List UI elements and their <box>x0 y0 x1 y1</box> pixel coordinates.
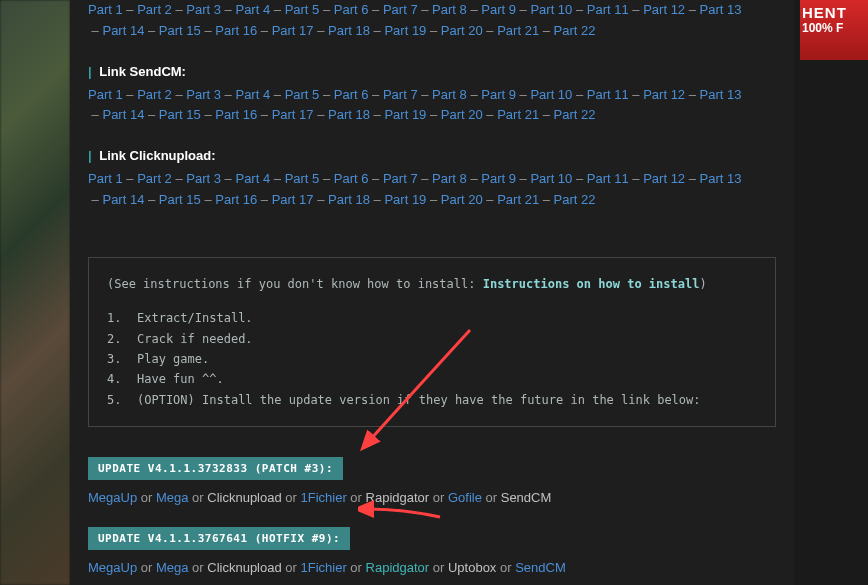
part-link[interactable]: Part 13 <box>700 87 742 102</box>
part-link[interactable]: Part 20 <box>441 23 483 38</box>
mirror-link[interactable]: MegaUp <box>88 560 137 575</box>
step-number: 3. <box>107 349 137 369</box>
parts-list-sendcm: Part 1 – Part 2 – Part 3 – Part 4 – Part… <box>88 85 776 127</box>
part-link[interactable]: Part 17 <box>272 192 314 207</box>
part-link[interactable]: Part 12 <box>643 87 685 102</box>
mirror-separator: or <box>347 560 366 575</box>
part-separator: – <box>370 192 384 207</box>
part-link[interactable]: Part 11 <box>587 87 629 102</box>
part-separator: – <box>201 107 215 122</box>
step-text: (OPTION) Install the update version if t… <box>137 390 701 410</box>
part-link[interactable]: Part 11 <box>587 2 629 17</box>
part-link[interactable]: Part 10 <box>530 171 572 186</box>
mirror-link[interactable]: 1Fichier <box>301 490 347 505</box>
part-separator: – <box>483 23 497 38</box>
part-link[interactable]: Part 3 <box>186 2 221 17</box>
part-separator: – <box>319 87 333 102</box>
link-section-sendcm: | Link SendCM: Part 1 – Part 2 – Part 3 … <box>88 64 776 127</box>
part-link[interactable]: Part 14 <box>102 192 144 207</box>
part-link[interactable]: Part 7 <box>383 87 418 102</box>
part-link[interactable]: Part 11 <box>587 171 629 186</box>
part-link[interactable]: Part 15 <box>159 23 201 38</box>
part-link[interactable]: Part 9 <box>481 2 516 17</box>
part-link[interactable]: Part 6 <box>334 2 369 17</box>
part-separator: – <box>370 107 384 122</box>
part-separator: – <box>144 23 158 38</box>
part-link[interactable]: Part 7 <box>383 2 418 17</box>
part-link[interactable]: Part 15 <box>159 192 201 207</box>
part-link[interactable]: Part 10 <box>530 2 572 17</box>
ad-line-1: HENT <box>802 4 866 21</box>
part-link[interactable]: Part 22 <box>554 23 596 38</box>
step-number: 5. <box>107 390 137 410</box>
part-link[interactable]: Part 17 <box>272 23 314 38</box>
part-link[interactable]: Part 1 <box>88 2 123 17</box>
part-link[interactable]: Part 5 <box>285 171 320 186</box>
part-link[interactable]: Part 8 <box>432 171 467 186</box>
part-link[interactable]: Part 6 <box>334 87 369 102</box>
part-link[interactable]: Part 21 <box>497 23 539 38</box>
part-link[interactable]: Part 1 <box>88 87 123 102</box>
part-link[interactable]: Part 9 <box>481 87 516 102</box>
mirror-link[interactable]: Gofile <box>448 490 482 505</box>
instructions-box: (See instructions if you don't know how … <box>88 257 776 427</box>
part-link[interactable]: Part 5 <box>285 87 320 102</box>
part-link[interactable]: Part 13 <box>700 2 742 17</box>
part-separator: – <box>467 87 481 102</box>
part-link[interactable]: Part 18 <box>328 23 370 38</box>
mirror-link[interactable]: Rapidgator <box>366 560 430 575</box>
part-link[interactable]: Part 14 <box>102 23 144 38</box>
mirror-link[interactable]: Mega <box>156 560 189 575</box>
part-link[interactable]: Part 2 <box>137 171 172 186</box>
part-link[interactable]: Part 19 <box>384 192 426 207</box>
part-link[interactable]: Part 19 <box>384 107 426 122</box>
part-link[interactable]: Part 8 <box>432 2 467 17</box>
part-link[interactable]: Part 21 <box>497 107 539 122</box>
part-link[interactable]: Part 2 <box>137 87 172 102</box>
part-link[interactable]: Part 13 <box>700 171 742 186</box>
ad-banner-right[interactable]: HENT 100% F <box>800 0 868 60</box>
part-link[interactable]: Part 19 <box>384 23 426 38</box>
part-link[interactable]: Part 20 <box>441 192 483 207</box>
part-link[interactable]: Part 4 <box>235 2 270 17</box>
part-separator: – <box>572 2 586 17</box>
part-link[interactable]: Part 4 <box>235 171 270 186</box>
part-link[interactable]: Part 16 <box>215 192 257 207</box>
part-link[interactable]: Part 22 <box>554 192 596 207</box>
part-link[interactable]: Part 1 <box>88 171 123 186</box>
part-link[interactable]: Part 5 <box>285 2 320 17</box>
part-separator: – <box>257 107 271 122</box>
part-link[interactable]: Part 16 <box>215 107 257 122</box>
part-link[interactable]: Part 21 <box>497 192 539 207</box>
mirror-separator: or <box>282 560 301 575</box>
mirror-link[interactable]: MegaUp <box>88 490 137 505</box>
part-link[interactable]: Part 18 <box>328 107 370 122</box>
part-link[interactable]: Part 4 <box>235 87 270 102</box>
part-link[interactable]: Part 12 <box>643 171 685 186</box>
part-link[interactable]: Part 3 <box>186 87 221 102</box>
part-link[interactable]: Part 8 <box>432 87 467 102</box>
instructions-link[interactable]: Instructions on how to install <box>483 277 700 291</box>
header-text-clicknupload: Link Clicknupload: <box>99 148 215 163</box>
part-separator: – <box>368 171 382 186</box>
instructions-intro: (See instructions if you don't know how … <box>107 274 757 294</box>
part-link[interactable]: Part 7 <box>383 171 418 186</box>
part-separator: – <box>144 192 158 207</box>
part-link[interactable]: Part 17 <box>272 107 314 122</box>
mirror-link[interactable]: SendCM <box>515 560 566 575</box>
part-link[interactable]: Part 16 <box>215 23 257 38</box>
part-link[interactable]: Part 12 <box>643 2 685 17</box>
part-link[interactable]: Part 14 <box>102 107 144 122</box>
mirror-link[interactable]: 1Fichier <box>301 560 347 575</box>
mirror-link[interactable]: Mega <box>156 490 189 505</box>
step-text: Have fun ^^. <box>137 369 224 389</box>
part-link[interactable]: Part 10 <box>530 87 572 102</box>
part-link[interactable]: Part 20 <box>441 107 483 122</box>
part-link[interactable]: Part 3 <box>186 171 221 186</box>
part-link[interactable]: Part 15 <box>159 107 201 122</box>
part-link[interactable]: Part 9 <box>481 171 516 186</box>
part-link[interactable]: Part 18 <box>328 192 370 207</box>
part-link[interactable]: Part 22 <box>554 107 596 122</box>
part-link[interactable]: Part 6 <box>334 171 369 186</box>
part-link[interactable]: Part 2 <box>137 2 172 17</box>
